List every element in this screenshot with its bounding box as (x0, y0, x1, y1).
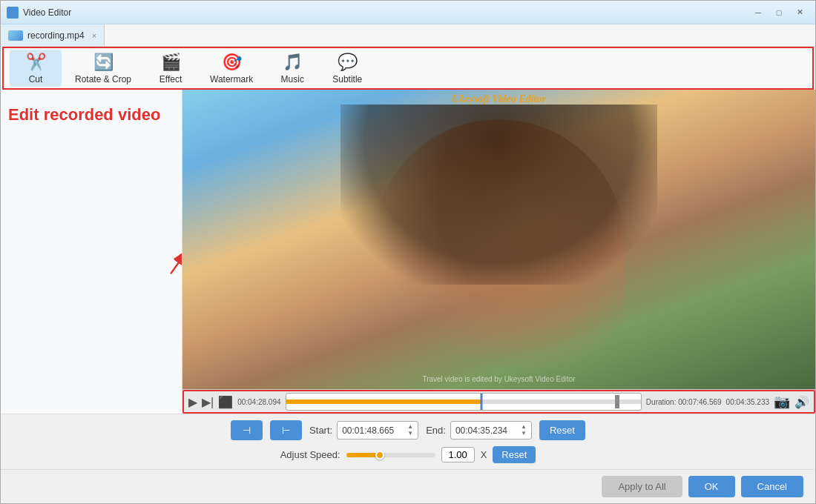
end-handle[interactable] (615, 395, 619, 408)
played-portion (286, 399, 481, 404)
rotate-crop-icon: 🔄 (93, 53, 113, 72)
duration-label: Duration: 00:07:46.569 (646, 398, 722, 406)
set-start-button[interactable]: ⊣ (231, 420, 263, 440)
cut-controls-row: ⊣ ⊢ Start: 00:01:48.665 ▲ ▼ End: 00:04:3… (10, 420, 806, 440)
video-bottom-text: Travel video is edited by Ukeysoft Video… (422, 375, 575, 383)
cut-reset-button[interactable]: Reset (539, 420, 585, 440)
cut-label: Cut (29, 74, 43, 84)
file-tab[interactable]: recording.mp4 × (1, 24, 105, 46)
end-time-group: End: 00:04:35.234 ▲ ▼ (426, 421, 532, 440)
music-label: Music (281, 74, 304, 84)
end-time-spinners: ▲ ▼ (521, 424, 527, 437)
effect-icon: 🎬 (161, 53, 181, 72)
playback-controls: ▶ ▶| ⬛ 00:04:28.094 Duration: 00:07:46.5… (182, 389, 815, 414)
start-time-input[interactable]: 00:01:48.665 ▲ ▼ (337, 421, 418, 440)
stop-button[interactable]: ⬛ (218, 395, 233, 409)
maximize-button[interactable]: □ (769, 5, 789, 20)
titlebar: Video Editor ─ □ ✕ (1, 1, 815, 24)
cancel-button[interactable]: Cancel (741, 476, 803, 497)
tab-close-button[interactable]: × (92, 31, 96, 40)
speed-value-display: 1.00 (441, 447, 475, 462)
close-button[interactable]: ✕ (790, 5, 809, 20)
music-icon: 🎵 (283, 53, 303, 72)
video-preview: Ukeysoft Video Editor Travel video is ed… (182, 90, 815, 389)
end-time-down[interactable]: ▼ (521, 431, 527, 437)
tab-filename: recording.mp4 (27, 30, 85, 41)
current-time-label: 00:04:28.094 (237, 398, 280, 406)
speed-slider[interactable] (346, 453, 435, 457)
speed-label: Adjust Speed: (280, 449, 340, 460)
rotate-crop-label: Rotate & Crop (75, 74, 131, 84)
annotation-arrow (1, 90, 182, 414)
timeline-track[interactable] (286, 393, 642, 411)
bottom-controls: ⊣ ⊢ Start: 00:01:48.665 ▲ ▼ End: 00:04:3… (1, 414, 815, 469)
tab-bar: recording.mp4 × (1, 24, 815, 47)
volume-button[interactable]: 🔊 (794, 395, 809, 409)
start-time-group: Start: 00:01:48.665 ▲ ▼ (309, 421, 418, 440)
start-time-down[interactable]: ▼ (407, 431, 413, 437)
play-button[interactable]: ▶ (188, 395, 197, 409)
watermark-tool-button[interactable]: 🎯 Watermark (200, 50, 263, 87)
subtitle-tool-button[interactable]: 💬 Subtitle (321, 50, 373, 87)
end-time-up[interactable]: ▲ (521, 424, 527, 430)
effect-label: Effect (159, 74, 182, 84)
playhead-handle[interactable] (480, 394, 482, 410)
apply-to-all-button[interactable]: Apply to All (602, 476, 682, 497)
rotate-crop-tool-button[interactable]: 🔄 Rotate & Crop (65, 50, 142, 87)
svg-line-1 (171, 248, 182, 274)
video-editor-window: Video Editor ─ □ ✕ recording.mp4 × ✂️ Cu… (0, 0, 816, 504)
music-tool-button[interactable]: 🎵 Music (266, 50, 318, 87)
cut-tool-button[interactable]: ✂️ Cut (10, 50, 62, 87)
speed-slider-handle[interactable] (375, 451, 384, 460)
set-start-icon: ⊣ (243, 425, 251, 436)
main-area: Edit recorded video Ukeysoft Video Edito… (1, 90, 815, 414)
cut-icon: ✂️ (26, 53, 46, 72)
toolbar: ✂️ Cut 🔄 Rotate & Crop 🎬 Effect 🎯 Waterm… (2, 47, 814, 90)
start-label: Start: (309, 425, 332, 436)
subtitle-label: Subtitle (332, 74, 362, 84)
set-end-icon: ⊢ (282, 425, 290, 436)
set-end-button[interactable]: ⊢ (270, 420, 302, 440)
ok-button[interactable]: OK (688, 476, 735, 497)
watermark-label: Watermark (210, 74, 253, 84)
minimize-button[interactable]: ─ (748, 5, 768, 20)
watermark-text: Ukeysoft Video Editor (452, 93, 546, 105)
watermark-icon: 🎯 (222, 53, 242, 72)
annotation-text: Edit recorded video (8, 105, 160, 126)
speed-row: Adjust Speed: 1.00 X Reset (10, 446, 806, 463)
tab-thumbnail (8, 30, 23, 41)
start-time-value: 00:01:48.665 (342, 425, 394, 436)
subtitle-icon: 💬 (338, 53, 358, 72)
speed-x-label: X (481, 449, 487, 460)
window-controls: ─ □ ✕ (748, 5, 809, 20)
end-time-input[interactable]: 00:04:35.234 ▲ ▼ (450, 421, 532, 440)
left-panel: Edit recorded video (1, 90, 182, 414)
effect-tool-button[interactable]: 🎬 Effect (145, 50, 197, 87)
snapshot-button[interactable]: 📷 (774, 394, 790, 410)
speed-reset-button[interactable]: Reset (493, 446, 536, 463)
start-time-spinners: ▲ ▼ (407, 424, 413, 437)
footer: Apply to All OK Cancel (1, 469, 815, 503)
app-icon (7, 7, 19, 19)
end-time-label: 00:04:35.233 (726, 398, 769, 406)
video-frame: Ukeysoft Video Editor Travel video is ed… (182, 90, 815, 389)
video-container: Ukeysoft Video Editor Travel video is ed… (182, 90, 815, 414)
end-time-value: 00:04:35.234 (455, 425, 507, 436)
end-label: End: (426, 425, 446, 436)
start-time-up[interactable]: ▲ (407, 424, 413, 430)
window-title: Video Editor (23, 7, 748, 18)
play-next-button[interactable]: ▶| (202, 395, 214, 409)
